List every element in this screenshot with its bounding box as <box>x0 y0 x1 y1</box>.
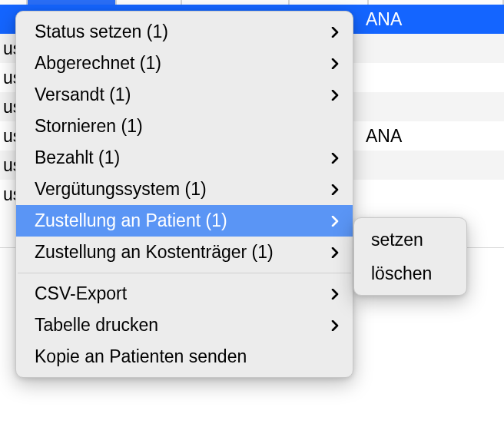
submenu-item-label: setzen <box>371 230 423 250</box>
chevron-right-icon <box>330 216 340 227</box>
menu-item-label: CSV-Export <box>35 283 127 303</box>
chevron-right-icon <box>330 90 340 101</box>
submenu-item-label: löschen <box>371 263 432 283</box>
submenu-item[interactable]: löschen <box>354 257 466 290</box>
chevron-right-icon <box>330 320 340 331</box>
menu-item[interactable]: Vergütungssystem (1) <box>16 174 353 205</box>
table-cell: us <box>0 126 17 147</box>
menu-item[interactable]: Tabelle drucken <box>16 309 353 341</box>
table-cell: us <box>0 155 17 176</box>
menu-item-label: Zustellung an Kostenträger (1) <box>35 242 274 262</box>
chevron-right-icon <box>330 184 340 195</box>
submenu-item[interactable]: setzen <box>354 223 466 257</box>
menu-item-label: Versandt (1) <box>35 84 131 104</box>
menu-item[interactable]: Stornieren (1) <box>16 111 353 142</box>
menu-item[interactable]: Kopie an Patienten senden <box>16 341 353 372</box>
menu-item-label: Zustellung an Patient (1) <box>35 210 227 230</box>
chevron-right-icon <box>330 58 340 69</box>
menu-item[interactable]: Zustellung an Kostenträger (1) <box>16 237 353 268</box>
menu-item-label: Tabelle drucken <box>35 315 158 335</box>
menu-item[interactable]: CSV-Export <box>16 278 353 309</box>
menu-item[interactable]: Abgerechnet (1) <box>16 48 353 79</box>
table-cell: us <box>0 68 17 88</box>
menu-item[interactable]: Versandt (1) <box>16 79 353 111</box>
menu-item-label: Kopie an Patienten senden <box>35 346 247 366</box>
table-cell: us <box>0 97 17 118</box>
chevron-right-icon <box>330 289 340 300</box>
menu-item-label: Vergütungssystem (1) <box>35 179 207 199</box>
table-cell: us <box>0 38 17 59</box>
context-submenu[interactable]: setzenlöschen <box>353 217 467 296</box>
menu-item[interactable]: Bezahlt (1) <box>16 142 353 174</box>
menu-item-label: Stornieren (1) <box>35 116 143 136</box>
menu-item-label: Bezahlt (1) <box>35 147 120 167</box>
menu-item-label: Abgerechnet (1) <box>35 53 161 73</box>
chevron-right-icon <box>330 247 340 258</box>
menu-separator <box>18 273 351 273</box>
chevron-right-icon <box>330 27 340 38</box>
table-cell: ANA <box>366 9 402 30</box>
chevron-right-icon <box>330 153 340 164</box>
menu-item[interactable]: Status setzen (1) <box>16 16 353 48</box>
table-cell: ANA <box>366 126 402 147</box>
table-cell: us <box>0 184 17 205</box>
context-menu[interactable]: Status setzen (1)Abgerechnet (1)Versandt… <box>15 11 353 378</box>
menu-item-label: Status setzen (1) <box>35 22 168 41</box>
menu-item[interactable]: Zustellung an Patient (1) <box>16 205 353 237</box>
